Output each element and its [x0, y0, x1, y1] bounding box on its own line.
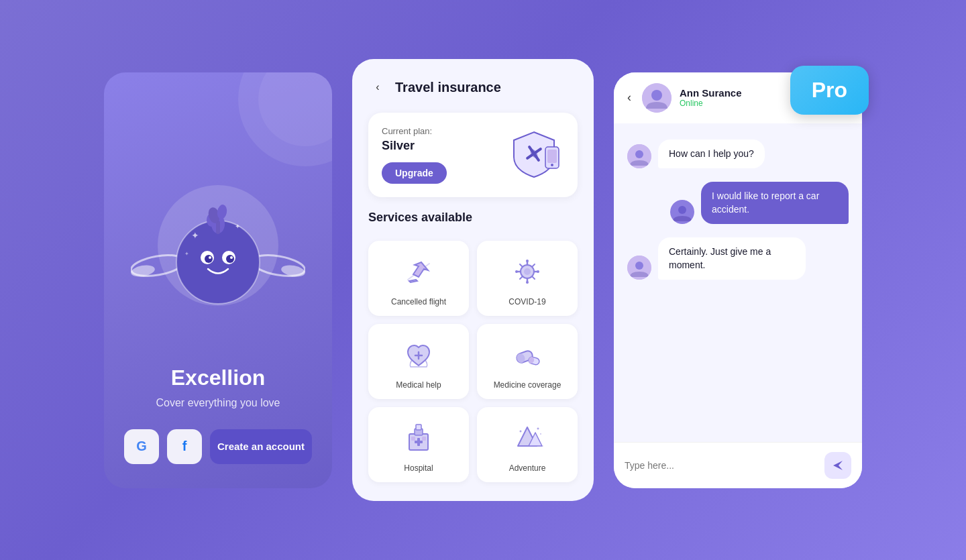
chat-messages: How can I help you? I would like to repo… [614, 123, 862, 442]
card-excellion-title: Excellion Cover everything you love [156, 366, 280, 429]
services-title: Services available [368, 211, 578, 225]
message-bubble: I would like to report a car accident. [701, 182, 849, 224]
message-avatar [627, 144, 651, 168]
chat-user-name: Ann Surance [680, 87, 742, 99]
message-row: How can I help you? [627, 139, 849, 169]
svg-rect-47 [415, 441, 423, 443]
service-medical-help[interactable]: Medical help [368, 324, 469, 399]
service-adventure-label: Adventure [509, 463, 546, 473]
message-avatar-user [670, 200, 694, 224]
svg-point-58 [635, 150, 643, 158]
message-avatar [627, 256, 651, 280]
google-login-button[interactable]: G [124, 429, 159, 464]
hospital-icon [400, 419, 437, 457]
adventure-icon [508, 419, 546, 457]
message-row: I would like to report a car accident. [627, 182, 849, 224]
chat-user-status: Online [680, 99, 742, 108]
svg-point-10 [209, 256, 211, 259]
create-account-button[interactable]: Create an account [210, 429, 312, 464]
service-cancelled-flight[interactable]: Cancelled flight [368, 241, 469, 316]
chat-user-avatar [642, 83, 672, 113]
facebook-login-button[interactable]: f [167, 429, 202, 464]
app-tagline: Cover everything you love [156, 397, 280, 409]
svg-text:✦: ✦ [235, 223, 240, 230]
svg-point-38 [537, 270, 539, 273]
svg-text:✦: ✦ [191, 230, 199, 241]
svg-rect-49 [422, 437, 426, 441]
mascot-illustration: ✦ ✦ ✦ [131, 152, 305, 326]
svg-point-26 [524, 268, 531, 275]
travel-back-button[interactable]: ‹ [368, 78, 387, 97]
pro-badge: Pro [790, 66, 869, 115]
plan-info: Current plan: Silver Upgrade [382, 126, 447, 184]
plan-icon [504, 127, 564, 183]
card-excellion: ✦ ✦ ✦ Excellion Cover everything you lov… [104, 72, 332, 488]
svg-point-53 [537, 428, 539, 430]
svg-point-62 [635, 262, 643, 270]
upgrade-button[interactable]: Upgrade [382, 162, 447, 184]
chat-input-field[interactable] [625, 460, 818, 471]
card-chat-wrapper: Pro ‹ Ann Surance Online [614, 72, 862, 488]
service-hospital[interactable]: Hospital [368, 407, 469, 482]
medicine-icon [508, 336, 546, 374]
chat-input-area [614, 442, 862, 488]
service-medical-help-label: Medical help [396, 380, 441, 390]
svg-line-33 [532, 264, 535, 267]
main-container: ✦ ✦ ✦ Excellion Cover everything you lov… [91, 46, 875, 514]
pro-label: Pro [812, 78, 847, 102]
svg-point-37 [515, 270, 518, 273]
svg-point-56 [651, 90, 662, 101]
svg-point-60 [678, 206, 686, 214]
svg-point-54 [540, 433, 541, 435]
medical-help-icon [400, 336, 437, 374]
service-medicine[interactable]: Medicine coverage [477, 324, 578, 399]
auth-buttons: G f Create an account [124, 429, 312, 464]
svg-point-35 [526, 260, 529, 262]
chat-user-info: Ann Surance Online [680, 87, 742, 108]
mascot-area: ✦ ✦ ✦ [131, 113, 305, 366]
svg-line-31 [520, 264, 523, 267]
travel-title: Travel insurance [395, 80, 501, 95]
chat-back-button[interactable]: ‹ [627, 91, 631, 105]
plan-label: Current plan: [382, 126, 447, 136]
svg-point-52 [520, 431, 522, 433]
svg-line-32 [532, 276, 535, 279]
svg-point-11 [230, 256, 233, 259]
svg-point-36 [526, 281, 529, 284]
card-travel-insurance: ‹ Travel insurance Current plan: Silver … [352, 59, 594, 501]
service-covid[interactable]: COVID-19 [477, 241, 578, 316]
services-grid: Cancelled flight [368, 241, 578, 482]
cancelled-flight-icon [400, 253, 437, 290]
app-name: Excellion [156, 366, 280, 390]
travel-header: ‹ Travel insurance [368, 78, 578, 97]
svg-line-34 [520, 276, 523, 279]
service-covid-label: COVID-19 [508, 297, 545, 306]
service-medicine-label: Medicine coverage [494, 380, 561, 390]
service-adventure[interactable]: Adventure [477, 407, 578, 482]
covid-icon [508, 253, 546, 290]
message-row: Certainly. Just give me a moment. [627, 237, 849, 280]
send-icon [832, 459, 844, 471]
svg-point-8 [205, 255, 213, 263]
plan-card: Current plan: Silver Upgrade [368, 113, 578, 197]
message-bubble: How can I help you? [658, 139, 765, 169]
service-hospital-label: Hospital [404, 463, 433, 473]
card-chat: ‹ Ann Surance Online [614, 72, 862, 488]
svg-point-24 [551, 164, 553, 166]
svg-text:✦: ✦ [184, 251, 189, 257]
svg-rect-48 [411, 437, 415, 441]
message-bubble: Certainly. Just give me a moment. [658, 237, 806, 280]
svg-point-9 [226, 255, 234, 263]
svg-rect-45 [416, 425, 421, 430]
plan-name: Silver [382, 139, 447, 153]
service-cancelled-flight-label: Cancelled flight [391, 297, 446, 306]
svg-rect-23 [547, 150, 557, 163]
send-message-button[interactable] [824, 452, 851, 479]
